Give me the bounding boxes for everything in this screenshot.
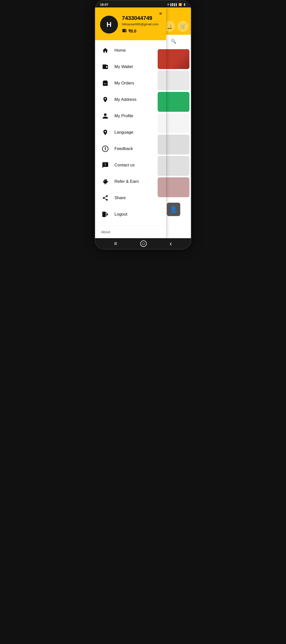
status-time: 18:07 [100,3,108,6]
avatar: H [100,16,118,34]
menu-item-logout[interactable]: Logout [95,206,166,222]
feedback-icon [101,144,110,153]
user-email: hbhavsar085@gmail.com [122,22,159,26]
menu-label-home: Home [114,48,126,53]
svg-rect-19 [106,212,106,217]
svg-line-15 [104,198,106,200]
home-icon [101,46,110,55]
menu-label-my-profile: My Profile [114,114,133,118]
piggy-icon [101,177,110,186]
menu-label-my-orders: My Orders [114,81,134,86]
wallet-svg [122,28,127,33]
svg-rect-1 [125,30,126,31]
menu-item-language[interactable]: Language [95,124,166,140]
about-label: About [101,230,110,234]
contact-icon [101,161,110,170]
language-icon [101,128,110,136]
menu-label-contact-us: Contact us [114,163,134,168]
menu-list: Home My Wallet [95,40,166,224]
menu-item-refer-earn[interactable]: Refer & Earn [95,173,166,190]
menu-item-my-profile[interactable]: My Profile [95,108,166,124]
menu-label-language: Language [114,130,133,135]
svg-point-8 [105,150,106,150]
svg-point-12 [106,195,108,197]
wallet-balance: ₹0.0 [122,28,159,34]
svg-rect-18 [102,212,106,217]
menu-item-home[interactable]: Home [95,42,166,58]
drawer-header: × H 7433044749 hbhavsar085@gmail.com [95,8,166,40]
overlap-layout: 🔔 🛒 🔍 👤 [95,8,191,238]
wifi-icon: 📶 [178,3,182,6]
person-icon [101,112,110,120]
svg-rect-5 [102,64,106,65]
screen-content: 🔔 🛒 🔍 👤 [95,8,191,238]
nav-back-button[interactable]: ‹ [170,240,172,248]
menu-item-my-orders[interactable]: My Orders [95,75,166,92]
menu-label-my-wallet: My Wallet [114,64,133,69]
settings-icon: ⚙ [167,3,170,6]
svg-point-13 [103,197,104,199]
status-icons: ⚙ ▌▌▌▌ 📶 🔋 [167,3,186,6]
logout-icon [101,210,110,218]
menu-item-contact-us[interactable]: Contact us [95,157,166,173]
user-phone: 7433044749 [122,15,159,21]
menu-label-feedback: Feedback [114,146,133,151]
nav-home-button[interactable]: ○ [140,240,147,247]
svg-point-11 [106,179,107,180]
drawer: × H 7433044749 hbhavsar085@gmail.com [95,8,166,238]
svg-point-9 [103,180,107,184]
share-icon [101,194,110,202]
balance-text: ₹0.0 [128,29,136,34]
wallet-icon [101,62,110,71]
menu-label-my-address: My Address [114,97,136,102]
svg-point-10 [104,181,104,182]
menu-item-my-address[interactable]: My Address [95,92,166,108]
svg-point-14 [106,199,108,201]
bg-cart-icon: 🛒 [178,21,188,32]
menu-item-share[interactable]: Share [95,190,166,206]
nav-bar: ≡ ○ ‹ [95,238,191,249]
location-icon [101,95,110,104]
menu-item-my-wallet[interactable]: My Wallet [95,58,166,75]
user-info: H 7433044749 hbhavsar085@gmail.com [100,15,161,34]
svg-rect-2 [122,29,126,30]
menu-label-logout: Logout [114,212,127,217]
menu-label-share: Share [114,196,126,200]
wallet-icon-header [122,28,127,34]
svg-rect-4 [106,66,107,68]
menu-item-feedback[interactable]: Feedback [95,140,166,157]
nav-menu-button[interactable]: ≡ [114,240,117,247]
svg-line-16 [104,196,106,198]
battery-icon: 🔋 [183,3,186,6]
menu-label-refer-earn: Refer & Earn [114,179,139,184]
close-button[interactable]: × [159,11,162,16]
phone-frame: 18:07 ⚙ ▌▌▌▌ 📶 🔋 🔔 🛒 🔍 [94,0,192,250]
cart-icon [101,79,110,88]
user-details: 7433044749 hbhavsar085@gmail.com [122,15,159,34]
signal-icon: ▌▌▌▌ [170,3,178,6]
notch [128,0,158,6]
about-section[interactable]: About [95,226,166,238]
